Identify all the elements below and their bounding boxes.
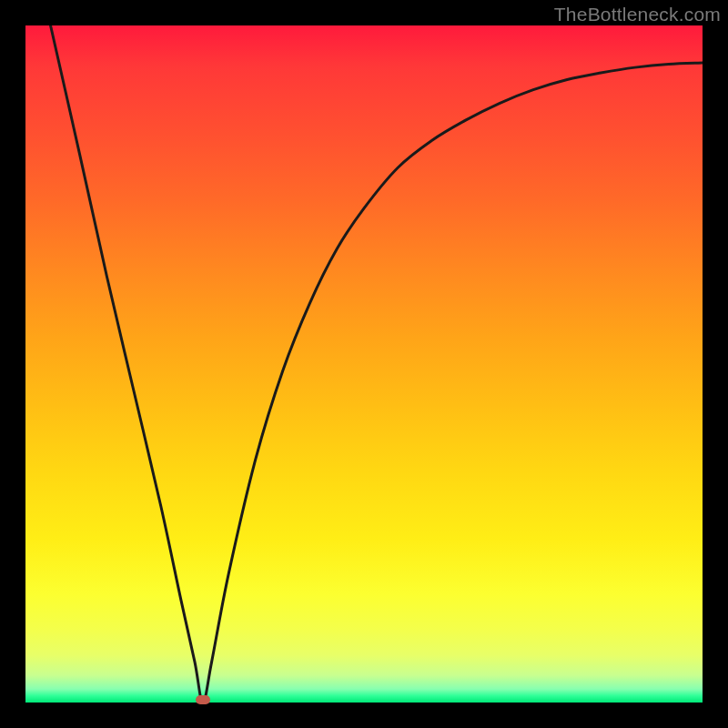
watermark-text: TheBottleneck.com bbox=[554, 4, 721, 25]
optimal-point-marker bbox=[196, 695, 210, 704]
bottleneck-curve bbox=[25, 25, 703, 703]
plot-area bbox=[25, 25, 703, 703]
outer-frame: TheBottleneck.com bbox=[0, 0, 728, 728]
